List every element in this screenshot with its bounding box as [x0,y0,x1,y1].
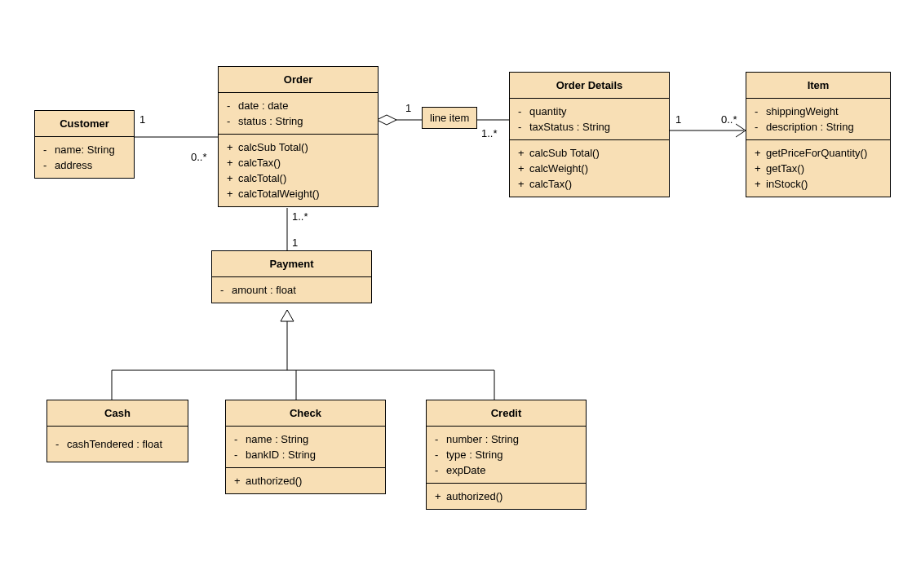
class-credit: Credit -number : String -type : String -… [426,400,587,510]
mult: 1 [139,113,145,126]
class-item: Item -shippingWeight -description : Stri… [746,72,891,197]
class-ops: +calcSub Total() +calcTax() +calcTotal()… [219,135,378,206]
class-name: Cash [47,400,188,427]
class-name: Check [226,400,385,427]
class-attrs: -shippingWeight -description : String [746,99,890,140]
class-check: Check -name : String -bankID : String +a… [225,400,386,494]
class-ops: +calcSub Total() +calcWeight() +calcTax(… [510,140,669,197]
mult: 1 [292,237,298,249]
class-cash: Cash -cashTendered : float [46,400,188,462]
class-ops: +authorized() [226,468,385,493]
mult: 1..* [292,210,308,223]
class-name: Order [219,67,378,93]
assoc-label-line-item: line item [422,107,477,129]
mult: 1 [405,102,411,114]
class-customer: Customer -name: String -address [34,110,135,179]
class-attrs: -amount : float [212,277,371,303]
class-ops: +authorized() [427,484,586,509]
class-payment: Payment -amount : float [211,250,372,303]
class-attrs: -cashTendered : float [47,427,188,462]
class-attrs: -number : String -type : String -expDate [427,427,586,484]
class-order-details: Order Details -quantity -taxStatus : Str… [509,72,670,197]
mult: 1 [675,113,681,126]
class-name: Customer [35,111,134,137]
class-name: Payment [212,251,371,277]
class-order: Order -date : date -status : String +cal… [218,66,379,207]
class-attrs: -name: String -address [35,137,134,178]
svg-marker-6 [281,310,294,321]
class-attrs: -date : date -status : String [219,93,378,135]
class-name: Order Details [510,73,669,99]
class-name: Item [746,73,890,99]
mult: 1..* [481,127,498,139]
class-name: Credit [427,400,586,427]
class-ops: +getPriceForQuantity() +getTax() +inStoc… [746,140,890,197]
class-attrs: -name : String -bankID : String [226,427,385,468]
mult: 0..* [191,151,207,163]
class-attrs: -quantity -taxStatus : String [510,99,669,140]
svg-marker-2 [377,115,396,125]
mult: 0..* [721,113,737,126]
